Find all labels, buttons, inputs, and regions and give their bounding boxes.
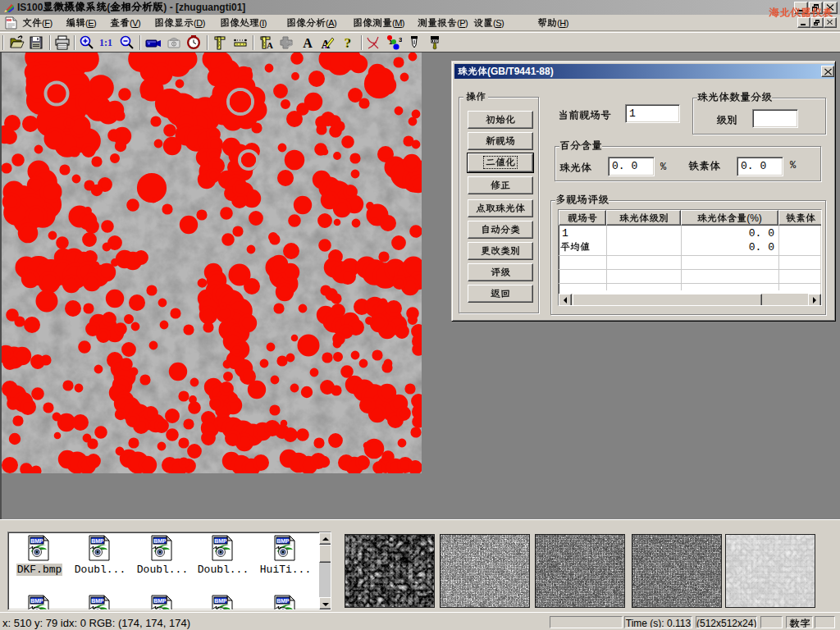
- svg-text:BMP: BMP: [214, 598, 227, 604]
- svg-text:BMP: BMP: [276, 598, 290, 604]
- svg-text:BMP: BMP: [30, 598, 43, 604]
- svg-text:BMP: BMP: [276, 538, 290, 544]
- svg-text:BMP: BMP: [214, 538, 227, 544]
- svg-text:C: C: [218, 36, 221, 40]
- svg-text:A: A: [303, 36, 313, 50]
- svg-text:1:1: 1:1: [99, 37, 112, 48]
- svg-text:3: 3: [399, 36, 402, 43]
- svg-text:?: ?: [345, 35, 352, 51]
- svg-text:A: A: [267, 40, 273, 50]
- svg-text:DOC: DOC: [7, 19, 12, 22]
- svg-text:BMP: BMP: [91, 598, 104, 604]
- svg-text:1: 1: [389, 39, 393, 46]
- svg-text:BMP: BMP: [91, 538, 104, 544]
- svg-text:BMP: BMP: [153, 598, 167, 604]
- svg-text:BMP: BMP: [30, 538, 43, 544]
- svg-text:BMP: BMP: [153, 538, 167, 544]
